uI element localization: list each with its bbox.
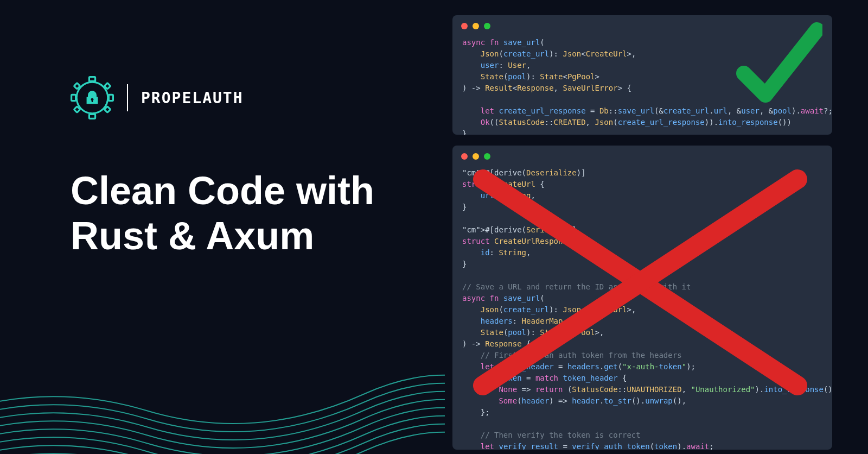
propelauth-logo-icon bbox=[71, 76, 114, 119]
svg-rect-4 bbox=[108, 94, 113, 100]
close-icon bbox=[461, 153, 468, 160]
minimize-icon bbox=[473, 23, 479, 29]
headline: Clean Code with Rust & Axum bbox=[71, 168, 418, 258]
logo-row: PROPELAUTH bbox=[71, 76, 418, 119]
svg-rect-3 bbox=[72, 94, 76, 100]
svg-rect-10 bbox=[92, 99, 93, 102]
checkmark-icon bbox=[736, 22, 822, 114]
maximize-icon bbox=[484, 23, 490, 29]
headline-line1: Clean Code with bbox=[71, 169, 374, 212]
headline-line2: Rust & Axum bbox=[71, 214, 314, 257]
close-icon bbox=[461, 23, 468, 29]
svg-rect-2 bbox=[89, 114, 95, 118]
logo-divider bbox=[127, 84, 128, 111]
svg-rect-1 bbox=[89, 77, 95, 81]
maximize-icon bbox=[484, 153, 490, 160]
window-controls bbox=[452, 146, 832, 165]
code-panel-bad: "cm">#[derive(Deserialize)] struct Creat… bbox=[452, 146, 832, 450]
code-content-bad: "cm">#[derive(Deserialize)] struct Creat… bbox=[452, 165, 832, 450]
brand-name: PROPELAUTH bbox=[141, 89, 244, 107]
waves-decoration bbox=[0, 313, 445, 454]
minimize-icon bbox=[473, 153, 479, 160]
